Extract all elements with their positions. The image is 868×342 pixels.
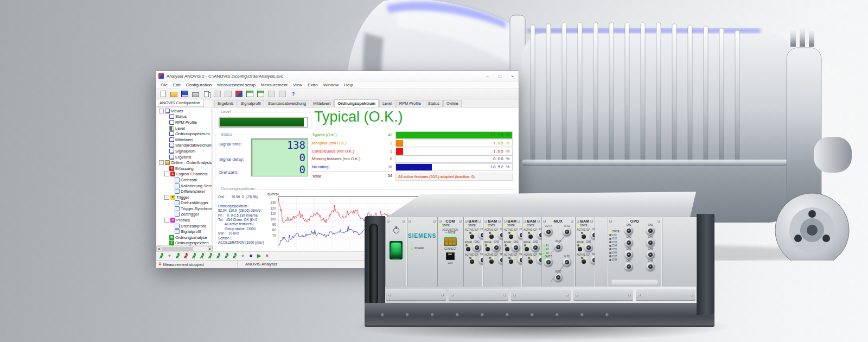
tree-item-ordnungsspektren[interactable]: FOrdnungsspektren xyxy=(157,240,212,246)
tree-item-logical-channels[interactable]: -LLogical Channels xyxy=(157,172,212,178)
menu-extra[interactable]: Extra xyxy=(305,83,321,87)
maximize-button[interactable]: □ xyxy=(494,71,506,81)
scroll-left-icon[interactable]: ◀ xyxy=(156,246,161,251)
bnc-connector-icon xyxy=(646,226,655,235)
add-icon[interactable]: + xyxy=(167,253,173,259)
tree-item-signalprofil[interactable]: Signalprofil xyxy=(157,148,212,154)
tree-item-ergebnis[interactable]: Ergebnis xyxy=(157,154,212,160)
tree-item-drehzahltrigger[interactable]: Drehzahltrigger xyxy=(157,200,212,206)
play-icon[interactable]: ▶ xyxy=(256,253,262,259)
filler-plate xyxy=(636,289,695,301)
menu-file[interactable]: File xyxy=(158,83,170,87)
help-icon[interactable]: ? xyxy=(289,90,298,98)
screw-icon xyxy=(605,313,609,316)
expander-icon[interactable]: - xyxy=(159,160,164,165)
tree-item-ordnungsspektrum[interactable]: Ordnungsspektrum xyxy=(157,131,212,137)
tab-signalprofil[interactable]: Signalprofil xyxy=(238,100,264,107)
tree-item-status[interactable]: Status xyxy=(157,114,212,120)
run-walk-icon[interactable] xyxy=(215,253,221,259)
state-led xyxy=(484,225,487,227)
cut-icon[interactable] xyxy=(213,90,222,98)
tab-online[interactable]: Online xyxy=(443,100,462,107)
scroll-right-icon[interactable]: ▶ xyxy=(208,246,213,251)
layout-icon[interactable] xyxy=(278,90,287,98)
menu-measurement[interactable]: Measurement xyxy=(258,83,290,87)
tree-item-trigger-synchronisation[interactable]: Trigger-Synchronisation xyxy=(157,206,212,212)
tree-item-viewer[interactable]: -Viewer xyxy=(157,108,212,114)
profiles-icon: P xyxy=(170,218,175,223)
tab-level[interactable]: Level xyxy=(379,100,395,107)
tab-ordnungsspektrum[interactable]: Ordnungsspektrum xyxy=(334,99,379,107)
chart-window-icon xyxy=(169,120,174,125)
save-icon[interactable] xyxy=(180,90,189,98)
configuration-icon[interactable] xyxy=(234,90,244,98)
expander-icon[interactable]: - xyxy=(164,195,169,200)
tree-item-level[interactable]: Level xyxy=(157,125,212,131)
menu-view[interactable]: View xyxy=(290,83,305,87)
tab-standardabweichung[interactable]: Standardabweichung xyxy=(265,100,309,107)
run-step-icon[interactable] xyxy=(191,253,197,259)
tab-rpm-profile[interactable]: RPM Profile xyxy=(396,100,424,107)
tree-item-standardabweichung[interactable]: Standardabweichung xyxy=(157,143,212,149)
bnc-connector-icon xyxy=(473,243,481,252)
bnc-connector-icon xyxy=(646,250,655,259)
tab-ergebnis[interactable]: Ergebnis xyxy=(214,100,237,107)
tree-item-ordnungsanalyse[interactable]: ROrdnungsanalyse xyxy=(157,235,212,240)
close-button[interactable]: × xyxy=(506,71,519,81)
menu-edit[interactable]: Edit xyxy=(170,83,183,87)
open-folder-icon[interactable] xyxy=(169,90,178,98)
start-measurement-icon[interactable] xyxy=(158,253,164,259)
measurement-status-icon: + xyxy=(158,262,162,267)
paste-icon[interactable] xyxy=(224,90,233,98)
power-led xyxy=(411,248,413,250)
input-socket-icon xyxy=(489,235,494,239)
tree-item-drehzahl[interactable]: Drehzahl xyxy=(157,177,212,183)
panel-toggle-icon[interactable] xyxy=(267,90,276,98)
tree-hscrollbar[interactable]: ◀ ▶ xyxy=(156,246,213,251)
tree-item-rpm-profile[interactable]: RPM Profile xyxy=(157,119,212,125)
scroll-thumb[interactable] xyxy=(162,247,193,251)
tree-item-zeittrigger[interactable]: Zeittrigger xyxy=(157,212,212,218)
tree-item-drehzahlprofil[interactable]: Drehzahlprofil xyxy=(157,223,212,229)
menu-window[interactable]: Window xyxy=(321,83,341,87)
minimize-button[interactable]: – xyxy=(481,71,494,81)
expander-icon[interactable]: - xyxy=(159,109,164,113)
table-view-icon[interactable] xyxy=(245,90,254,98)
menu-help[interactable]: Help xyxy=(341,83,355,87)
tree-item-profiles[interactable]: -PProfiles xyxy=(157,217,212,223)
bnc-connector-icon xyxy=(646,238,655,247)
run-forward-icon[interactable] xyxy=(175,253,181,259)
delete-icon[interactable]: × xyxy=(264,253,270,259)
ratings-panel: Typical (O.K.):4277.78 %Marginal (still … xyxy=(312,129,513,186)
menu-measurement-setup[interactable]: Measurement setup xyxy=(214,83,258,87)
tree-item-mittelwert[interactable]: Mittelwert xyxy=(157,137,212,143)
run-sync-icon[interactable] xyxy=(199,253,205,259)
record-icon[interactable]: ● xyxy=(240,253,246,259)
tree-item-online-orderanalysis-ams[interactable]: -Online - OrderAnalysis.ams xyxy=(157,160,212,166)
new-file-icon[interactable] xyxy=(158,90,168,98)
run-fast-icon[interactable] xyxy=(207,253,213,259)
tab-status[interactable]: Status xyxy=(425,100,443,107)
status-group-label: Status xyxy=(219,132,234,137)
run-stop-icon[interactable] xyxy=(183,253,189,259)
input-socket-icon xyxy=(525,247,529,251)
screw-icon xyxy=(556,313,559,316)
tree-item-kalibrierung-sensor-1[interactable]: Kalibrierung Sensor 1 xyxy=(157,183,212,189)
tree-item-differenzierer[interactable]: Differenzierer xyxy=(157,188,212,194)
print-icon[interactable] xyxy=(191,90,200,98)
tab-mittelwert[interactable]: Mittelwert xyxy=(310,100,334,107)
tree-item-erfassung[interactable]: IIErfassung xyxy=(157,166,212,172)
total-value: 54 xyxy=(384,174,392,178)
screw-icon xyxy=(566,294,569,296)
tree-item-signalprofil[interactable]: Signalprofil xyxy=(157,229,212,235)
expander-icon[interactable]: - xyxy=(164,218,169,223)
grid-view-icon[interactable] xyxy=(256,90,265,98)
menu-configuration[interactable]: Configuration xyxy=(183,83,215,87)
expander-icon[interactable]: - xyxy=(164,172,169,176)
copy-icon[interactable] xyxy=(202,90,211,98)
run-repeat-icon[interactable] xyxy=(224,253,229,259)
stop-icon[interactable]: ■ xyxy=(248,253,254,259)
run-loop-icon[interactable] xyxy=(232,253,238,259)
tree-item-trigger[interactable]: -TTrigger xyxy=(157,194,212,200)
configuration-panel-tab[interactable]: ANOVIS Configuration xyxy=(156,99,204,107)
